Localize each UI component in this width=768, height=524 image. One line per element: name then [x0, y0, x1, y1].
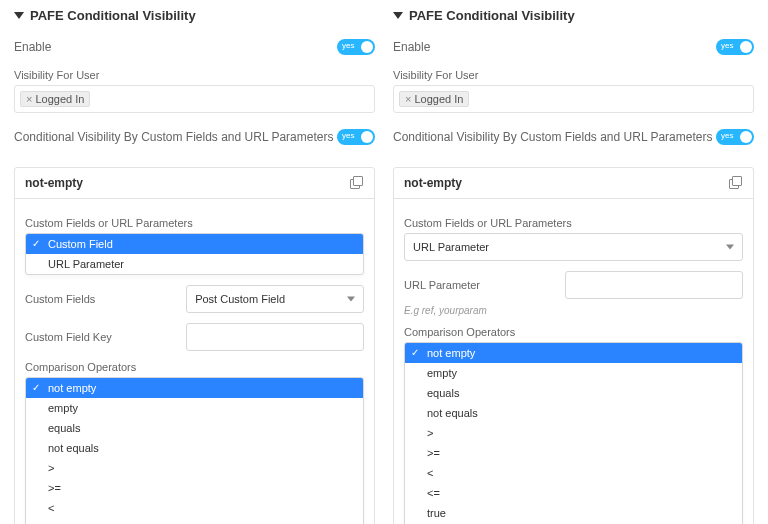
- duplicate-icon[interactable]: [729, 176, 743, 190]
- ops-option[interactable]: equals: [26, 418, 363, 438]
- ops-option[interactable]: true: [405, 503, 742, 523]
- condition-card: not-empty Custom Fields or URL Parameter…: [393, 167, 754, 524]
- ops-option[interactable]: equals: [405, 383, 742, 403]
- visibility-user-field[interactable]: ×Logged In: [14, 85, 375, 113]
- ops-option[interactable]: >: [405, 423, 742, 443]
- type-option[interactable]: URL Parameter: [26, 254, 363, 274]
- custom-field-key-label: Custom Field Key: [25, 331, 174, 343]
- ops-option[interactable]: not empty: [26, 378, 363, 398]
- visibility-user-label: Visibility For User: [14, 69, 375, 81]
- chip-remove-icon[interactable]: ×: [405, 93, 411, 105]
- comparison-ops-dropdown[interactable]: not emptyemptyequalsnot equals>>=<<=true…: [404, 342, 743, 524]
- url-parameter-label: URL Parameter: [404, 279, 553, 291]
- comparison-ops-label: Comparison Operators: [25, 361, 364, 373]
- condition-card: not-empty Custom Fields or URL Parameter…: [14, 167, 375, 524]
- ops-option[interactable]: >: [26, 458, 363, 478]
- chevron-down-icon: [726, 245, 734, 250]
- left-panel: PAFE Conditional Visibility Enable yes V…: [14, 8, 375, 524]
- url-parameter-input[interactable]: [565, 271, 743, 299]
- collapse-triangle-icon: [393, 12, 403, 19]
- collapse-triangle-icon: [14, 12, 24, 19]
- conditional-visibility-label: Conditional Visibility By Custom Fields …: [393, 130, 712, 144]
- section-title: PAFE Conditional Visibility: [30, 8, 196, 23]
- visibility-user-label: Visibility For User: [393, 69, 754, 81]
- url-parameter-hint: E.g ref, yourparam: [404, 305, 743, 316]
- right-panel: PAFE Conditional Visibility Enable yes V…: [393, 8, 754, 524]
- enable-label: Enable: [393, 40, 430, 54]
- chevron-down-icon: [347, 297, 355, 302]
- ops-option[interactable]: not equals: [405, 403, 742, 423]
- custom-fields-select[interactable]: Post Custom Field: [186, 285, 364, 313]
- conditional-visibility-toggle[interactable]: yes: [716, 129, 754, 145]
- comparison-ops-dropdown[interactable]: not emptyemptyequalsnot equals>>=<<=true…: [25, 377, 364, 524]
- card-title: not-empty: [25, 176, 83, 190]
- custom-fields-label: Custom Fields: [25, 293, 174, 305]
- section-title: PAFE Conditional Visibility: [409, 8, 575, 23]
- conditional-visibility-toggle[interactable]: yes: [337, 129, 375, 145]
- type-select[interactable]: URL Parameter: [404, 233, 743, 261]
- ops-option[interactable]: >=: [405, 443, 742, 463]
- section-header[interactable]: PAFE Conditional Visibility: [393, 8, 754, 23]
- type-label: Custom Fields or URL Parameters: [404, 217, 743, 229]
- type-label: Custom Fields or URL Parameters: [25, 217, 364, 229]
- type-option[interactable]: Custom Field: [26, 234, 363, 254]
- ops-option[interactable]: <=: [405, 483, 742, 503]
- ops-option[interactable]: empty: [405, 363, 742, 383]
- comparison-ops-label: Comparison Operators: [404, 326, 743, 338]
- ops-option[interactable]: not equals: [26, 438, 363, 458]
- ops-option[interactable]: <: [26, 498, 363, 518]
- type-select-dropdown[interactable]: Custom FieldURL Parameter: [25, 233, 364, 275]
- conditional-visibility-label: Conditional Visibility By Custom Fields …: [14, 130, 333, 144]
- visibility-user-field[interactable]: ×Logged In: [393, 85, 754, 113]
- ops-option[interactable]: >=: [26, 478, 363, 498]
- ops-option[interactable]: empty: [26, 398, 363, 418]
- section-header[interactable]: PAFE Conditional Visibility: [14, 8, 375, 23]
- user-chip[interactable]: ×Logged In: [20, 91, 90, 107]
- enable-toggle[interactable]: yes: [716, 39, 754, 55]
- chip-remove-icon[interactable]: ×: [26, 93, 32, 105]
- ops-option[interactable]: <: [405, 463, 742, 483]
- ops-option[interactable]: <=: [26, 518, 363, 524]
- enable-label: Enable: [14, 40, 51, 54]
- ops-option[interactable]: not empty: [405, 343, 742, 363]
- card-title: not-empty: [404, 176, 462, 190]
- custom-field-key-input[interactable]: [186, 323, 364, 351]
- enable-toggle[interactable]: yes: [337, 39, 375, 55]
- duplicate-icon[interactable]: [350, 176, 364, 190]
- user-chip[interactable]: ×Logged In: [399, 91, 469, 107]
